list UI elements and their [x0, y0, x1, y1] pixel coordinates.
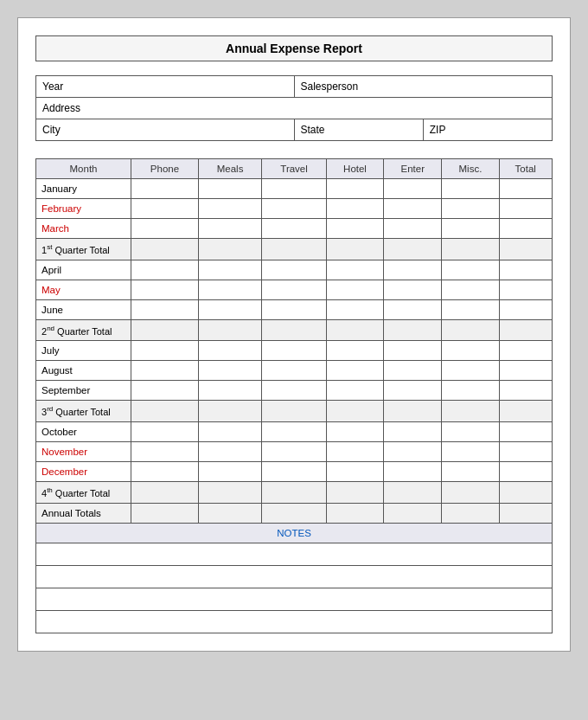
cell — [131, 299, 199, 319]
cell — [326, 341, 383, 361]
cell — [262, 299, 327, 319]
cell — [499, 421, 552, 441]
cell — [131, 421, 199, 441]
quarter-3-label: 3rd Quarter Total — [36, 401, 131, 422]
cell — [384, 319, 442, 341]
table-row: September — [36, 381, 553, 401]
cell — [198, 503, 261, 523]
cell — [499, 361, 552, 381]
info-table: Year Salesperson Address City State ZIP — [35, 75, 553, 141]
cell — [384, 481, 442, 503]
cell — [262, 341, 327, 361]
cell — [326, 421, 383, 441]
cell — [326, 503, 383, 523]
cell — [326, 199, 383, 219]
cell — [198, 239, 261, 260]
cell — [499, 299, 552, 319]
cell — [198, 319, 261, 341]
cell — [442, 239, 499, 260]
cell — [198, 421, 261, 441]
cell — [131, 341, 199, 361]
cell — [384, 219, 442, 239]
cell — [262, 503, 327, 523]
cell — [442, 219, 499, 239]
col-phone: Phone — [131, 159, 199, 179]
col-month: Month — [36, 159, 131, 179]
month-june: June — [36, 299, 131, 319]
cell — [198, 481, 261, 503]
quarter-2-row: 2nd Quarter Total — [36, 319, 553, 341]
table-row: April — [36, 260, 553, 280]
address-label: Address — [36, 98, 553, 119]
cell — [442, 280, 499, 299]
table-row: August — [36, 361, 553, 381]
table-row: July — [36, 341, 553, 361]
cell — [262, 441, 327, 461]
cell — [442, 341, 499, 361]
notes-label: NOTES — [36, 523, 553, 543]
cell — [326, 319, 383, 341]
cell — [442, 381, 499, 401]
quarter-4-row: 4th Quarter Total — [36, 481, 553, 503]
cell — [262, 280, 327, 299]
cell — [442, 481, 499, 503]
table-row: February — [36, 199, 553, 219]
month-february: February — [36, 199, 131, 219]
cell — [131, 401, 199, 422]
cell — [198, 260, 261, 280]
cell — [131, 503, 199, 523]
month-september: September — [36, 381, 131, 401]
cell — [262, 401, 327, 422]
cell — [499, 401, 552, 422]
cell — [442, 299, 499, 319]
month-may: May — [36, 280, 131, 299]
state-label: State — [295, 119, 424, 140]
notes-row-3 — [36, 588, 553, 610]
cell — [326, 239, 383, 260]
col-travel: Travel — [262, 159, 327, 179]
cell — [198, 401, 261, 422]
cell — [262, 381, 327, 401]
cell — [262, 481, 327, 503]
cell — [326, 260, 383, 280]
cell — [442, 401, 499, 422]
cell — [499, 199, 552, 219]
cell — [384, 341, 442, 361]
table-row: December — [36, 461, 553, 481]
cell — [131, 219, 199, 239]
cell — [262, 219, 327, 239]
cell — [131, 199, 199, 219]
cell — [198, 441, 261, 461]
cell — [131, 361, 199, 381]
cell — [262, 239, 327, 260]
zip-label: ZIP — [424, 119, 552, 140]
cell — [131, 260, 199, 280]
cell — [499, 219, 552, 239]
cell — [442, 421, 499, 441]
page: Annual Expense Report Year Salesperson A… — [17, 17, 571, 652]
notes-row-2 — [36, 565, 553, 588]
cell — [198, 299, 261, 319]
col-hotel: Hotel — [326, 159, 383, 179]
cell — [326, 401, 383, 422]
cell — [499, 503, 552, 523]
table-row: June — [36, 299, 553, 319]
cell — [326, 280, 383, 299]
cell — [198, 179, 261, 199]
notes-row-4 — [36, 610, 553, 633]
cell — [384, 179, 442, 199]
cell — [326, 381, 383, 401]
cell — [131, 239, 199, 260]
cell — [326, 461, 383, 481]
cell — [326, 481, 383, 503]
cell — [131, 381, 199, 401]
cell — [384, 239, 442, 260]
cell — [442, 441, 499, 461]
col-total: Total — [499, 159, 552, 179]
cell — [384, 421, 442, 441]
cell — [384, 401, 442, 422]
month-december: December — [36, 461, 131, 481]
cell — [198, 361, 261, 381]
cell — [262, 260, 327, 280]
col-meals: Meals — [198, 159, 261, 179]
